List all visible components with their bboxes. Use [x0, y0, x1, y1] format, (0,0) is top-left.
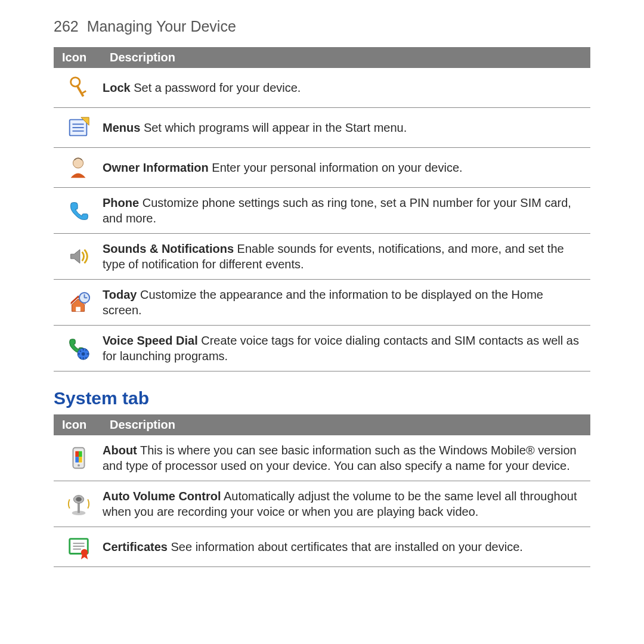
system-tab-heading: System tab — [54, 388, 590, 408]
table-row: Lock Set a password for your device. — [54, 68, 590, 108]
today-icon — [55, 290, 103, 315]
phone-icon — [55, 198, 103, 223]
table-row: Menus Set which programs will appear in … — [54, 108, 590, 148]
table-row: Today Customize the appearance and the i… — [54, 280, 590, 326]
row-description: Certificates See information about certi… — [103, 539, 589, 555]
row-description: Phone Customize phone settings such as r… — [103, 195, 589, 226]
table-row: Certificates See information about certi… — [54, 527, 590, 567]
row-description: Owner Information Enter your personal in… — [103, 160, 589, 175]
menus-icon — [55, 115, 103, 140]
certificates-icon — [55, 534, 103, 559]
owner-icon — [55, 155, 103, 180]
page-title: Managing Your Device — [87, 18, 236, 35]
table1-header-desc: Description — [110, 51, 582, 64]
table1-body: Lock Set a password for your device.Menu… — [54, 68, 590, 371]
table-row: Sounds & Notifications Enable sounds for… — [54, 234, 590, 280]
table2-header-desc: Description — [110, 418, 582, 432]
row-description: Today Customize the appearance and the i… — [103, 287, 589, 318]
page-number: 262 — [54, 18, 79, 35]
row-description: Lock Set a password for your device. — [103, 80, 589, 95]
row-description: Auto Volume Control Automatically adjust… — [103, 488, 589, 519]
table-row: Auto Volume Control Automatically adjust… — [54, 481, 590, 527]
row-description: About This is where you can see basic in… — [103, 442, 589, 473]
table-row: Phone Customize phone settings such as r… — [54, 188, 590, 234]
table2-header-icon: Icon — [62, 418, 110, 432]
table2-header: Icon Description — [54, 414, 590, 435]
key-icon — [55, 75, 103, 100]
row-description: Voice Speed Dial Create voice tags for v… — [103, 333, 589, 364]
auto-volume-icon — [55, 491, 103, 516]
table-row: Voice Speed Dial Create voice tags for v… — [54, 326, 590, 371]
table2-body: About This is where you can see basic in… — [54, 435, 590, 567]
table1-header: Icon Description — [54, 47, 590, 68]
about-icon — [55, 445, 103, 470]
table1-header-icon: Icon — [62, 51, 110, 64]
sounds-icon — [55, 244, 103, 269]
table-row: Owner Information Enter your personal in… — [54, 148, 590, 188]
page-header: 262 Managing Your Device — [54, 18, 590, 35]
table-row: About This is where you can see basic in… — [54, 435, 590, 481]
row-description: Menus Set which programs will appear in … — [103, 120, 589, 135]
row-description: Sounds & Notifications Enable sounds for… — [103, 241, 589, 272]
voice-speed-dial-icon — [55, 336, 103, 361]
